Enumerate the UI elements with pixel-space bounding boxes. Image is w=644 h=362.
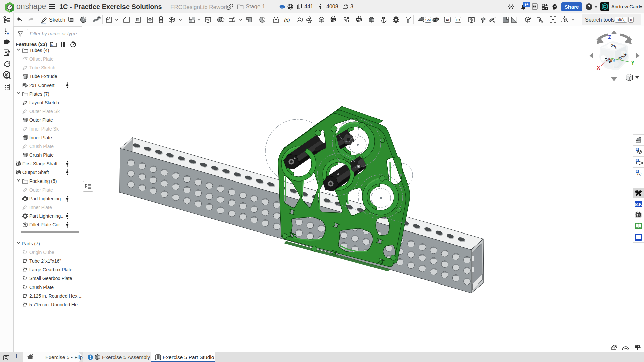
svg-text:c: c <box>630 18 632 22</box>
svg-text:Parts (7): Parts (7) <box>22 241 40 246</box>
svg-text:MK: MK <box>635 202 642 207</box>
svg-text:Ai: Ai <box>446 18 449 22</box>
svg-text:Plates (7): Plates (7) <box>29 91 49 97</box>
svg-text:Tube Sketch: Tube Sketch <box>29 65 55 70</box>
svg-text:Part Lightening...: Part Lightening... <box>29 213 65 219</box>
svg-text:SM: SM <box>425 18 431 22</box>
svg-text:Sketch: Sketch <box>49 17 65 23</box>
svg-text:Ds: Ds <box>456 18 460 22</box>
svg-text:Layout Sketch: Layout Sketch <box>29 100 59 105</box>
svg-text:Z: Z <box>608 34 611 40</box>
svg-text:alt/╲: alt/╲ <box>617 17 625 22</box>
svg-text:Fillet Plate Cor...: Fillet Plate Cor... <box>29 222 64 227</box>
svg-text:Offset Plate: Offset Plate <box>29 56 54 62</box>
svg-text:Tube 2"x1"x16": Tube 2"x1"x16" <box>29 258 61 264</box>
svg-text:Exercise 5 Assembly: Exercise 5 Assembly <box>102 354 150 360</box>
svg-text:First Stage Shaft: First Stage Shaft <box>22 161 57 166</box>
svg-text:Exercise 5 - Flip: Exercise 5 - Flip <box>45 354 83 360</box>
svg-text:Inner Plate: Inner Plate <box>29 135 52 140</box>
svg-text:Tubes (4): Tubes (4) <box>29 48 49 53</box>
svg-text:Small Gearbox Plate: Small Gearbox Plate <box>29 276 72 281</box>
svg-text:Search tools...: Search tools... <box>585 17 619 23</box>
svg-text:5.715 cm. Rounded He...: 5.715 cm. Rounded He... <box>29 302 82 307</box>
svg-text:Crush Plate: Crush Plate <box>29 152 54 158</box>
svg-text:Large Gearbox Plate: Large Gearbox Plate <box>29 267 72 272</box>
svg-text:Crush Plate: Crush Plate <box>29 144 54 149</box>
svg-text:Tube Extrude: Tube Extrude <box>29 74 57 79</box>
svg-text:(x): (x) <box>284 17 290 23</box>
svg-text:Y: Y <box>631 60 635 66</box>
svg-text:Origin Cube: Origin Cube <box>29 250 54 255</box>
svg-text:Outer Plate Sk: Outer Plate Sk <box>29 109 60 114</box>
svg-text:Outer Plate: Outer Plate <box>29 117 53 123</box>
svg-text:Pocketing (5): Pocketing (5) <box>29 178 57 184</box>
svg-text:Inner Plate: Inner Plate <box>29 205 52 210</box>
svg-text:Inner Plate Sk: Inner Plate Sk <box>29 126 59 132</box>
svg-text:2.125 in. Rounded Hex ...: 2.125 in. Rounded Hex ... <box>29 293 82 299</box>
svg-text:Outer Plate: Outer Plate <box>29 187 53 193</box>
svg-text:X: X <box>597 65 600 71</box>
svg-text:2x1 Convert: 2x1 Convert <box>29 83 55 88</box>
svg-text:Exercise 5 Part Studio: Exercise 5 Part Studio <box>163 354 214 360</box>
svg-text:(x): (x) <box>637 172 642 176</box>
svg-text:?: ? <box>588 4 591 9</box>
svg-text:Crush Plate: Crush Plate <box>29 285 54 290</box>
svg-text:Part Lightening...: Part Lightening... <box>29 196 65 201</box>
svg-text:Output Shaft: Output Shaft <box>22 170 49 175</box>
